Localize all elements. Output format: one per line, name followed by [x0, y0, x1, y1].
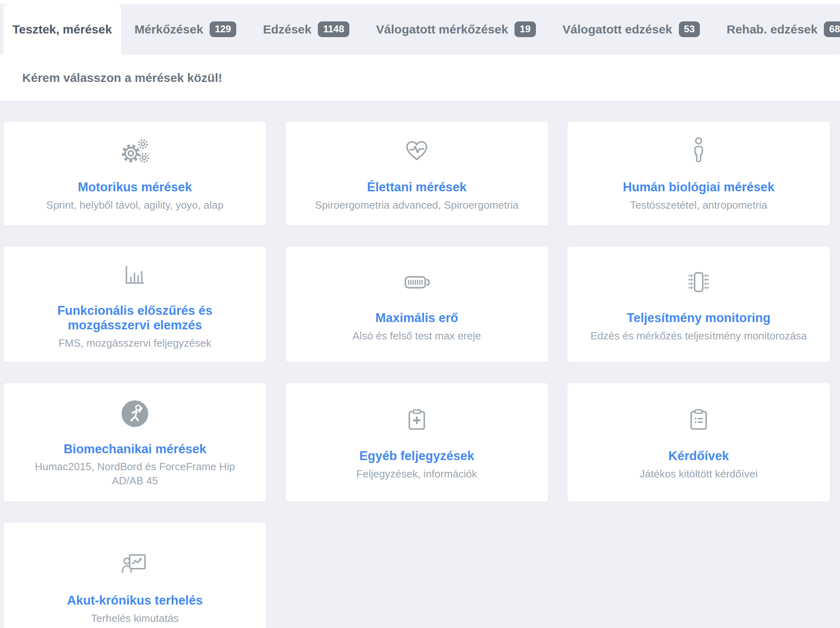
card-elettani-meresek[interactable]: Élettani mérések Spiroergometria advance…: [285, 121, 548, 226]
bar-chart-icon: [120, 258, 149, 292]
card-title: Maximális erő: [375, 311, 458, 325]
person-icon: [689, 135, 708, 169]
measurement-cards-grid: Motorikus mérések Sprint, helyből távol,…: [3, 121, 830, 628]
card-kerdoivek[interactable]: Kérdőívek Játékos kitöltött kérdőívei: [567, 383, 830, 502]
tab-merkozesek[interactable]: Mérkőzések 129: [121, 4, 250, 54]
tab-count-badge: 1148: [318, 21, 349, 37]
clipboard-list-icon: [686, 404, 711, 438]
card-subtitle: Testösszetétel, antropometria: [630, 198, 767, 212]
card-title: Egyéb feljegyzések: [359, 449, 474, 463]
tab-label: Válogatott mérkőzések: [376, 23, 508, 36]
tab-label: Rehab. edzések: [727, 23, 817, 36]
tab-label: Válogatott edzések: [563, 23, 672, 36]
heartbeat-icon: [402, 135, 431, 169]
chip-icon: [683, 266, 714, 299]
card-subtitle: Terhelés kimutatás: [91, 611, 179, 626]
top-strip: [0, 0, 840, 4]
card-teljesitmeny-monitoring[interactable]: Teljesítmény monitoring Edzés és mérkőzé…: [567, 246, 830, 362]
athlete-badge-icon: [120, 397, 149, 431]
select-measurement-prompt: Kérem válasszon a mérések közül!: [22, 71, 222, 85]
tab-count-badge: 53: [679, 21, 700, 37]
tab-edzesek[interactable]: Edzések 1148: [250, 4, 363, 54]
tab-count-badge: 129: [210, 21, 236, 37]
card-egyeb-feljegyzesek[interactable]: Egyéb feljegyzések Feljegyzések, informá…: [285, 383, 548, 502]
card-funkcionalis-eloszures[interactable]: Funkcionális előszűrés és mozgásszervi e…: [3, 246, 267, 362]
tab-bar: Tesztek, mérések Mérkőzések 129 Edzések …: [0, 4, 840, 54]
card-subtitle: Spiroergometria advanced, Spiroergometri…: [315, 198, 519, 212]
card-subtitle: FMS, mozgásszervi feljegyzések: [59, 336, 212, 350]
tab-valogatott-edzesek[interactable]: Válogatott edzések 53: [549, 4, 713, 54]
tab-label: Edzések: [263, 23, 311, 36]
card-biomechanikai-meresek[interactable]: Biomechanikai mérések Humac2015, NordBor…: [3, 383, 267, 502]
card-title: Teljesítmény monitoring: [627, 311, 771, 325]
card-title: Élettani mérések: [367, 180, 466, 195]
clipboard-plus-icon: [404, 404, 429, 438]
card-subtitle: Játékos kitöltött kérdőívei: [640, 467, 758, 481]
card-title: Humán biológiai mérések: [623, 180, 775, 195]
tab-count-badge: 68: [824, 21, 840, 37]
tab-label: Mérkőzések: [134, 23, 203, 36]
card-motorikus-meresek[interactable]: Motorikus mérések Sprint, helyből távol,…: [3, 121, 267, 226]
card-subtitle: Feljegyzések, információk: [356, 467, 477, 481]
tab-rehab-edzesek[interactable]: Rehab. edzések 68: [713, 4, 840, 54]
tab-valogatott-merkozesek[interactable]: Válogatott mérkőzések 19: [363, 4, 549, 54]
card-subtitle: Sprint, helyből távol, agility, yoyo, al…: [46, 198, 224, 212]
presentation-chart-icon: [120, 548, 150, 582]
card-human-biologiai-meresek[interactable]: Humán biológiai mérések Testösszetétel, …: [567, 121, 830, 226]
card-subtitle: Alsó és felső test max ereje: [353, 329, 481, 343]
card-title: Akut-krónikus terhelés: [67, 593, 203, 608]
tab-count-badge: 19: [514, 21, 536, 37]
tab-tesztek-meresek[interactable]: Tesztek, mérések: [3, 4, 121, 54]
card-title: Funkcionális előszűrés és mozgásszervi e…: [20, 304, 250, 332]
card-title: Biomechanikai mérések: [63, 442, 206, 456]
card-akut-kronikus-terheles[interactable]: Akut-krónikus terhelés Terhelés kimutatá…: [3, 522, 267, 628]
card-subtitle: Edzés és mérkőzés teljesítmény monitoroz…: [590, 329, 807, 343]
message-panel: Kérem válasszon a mérések közül!: [0, 54, 840, 101]
card-maximalis-ero[interactable]: Maximális erő Alsó és felső test max ere…: [285, 246, 548, 362]
battery-icon: [401, 266, 433, 299]
card-title: Kérdőívek: [668, 449, 729, 463]
card-title: Motorikus mérések: [78, 180, 192, 195]
gears-icon: [117, 135, 153, 169]
tab-label: Tesztek, mérések: [13, 23, 112, 36]
card-subtitle: Humac2015, NordBord és ForceFrame Hip AD…: [20, 460, 250, 488]
